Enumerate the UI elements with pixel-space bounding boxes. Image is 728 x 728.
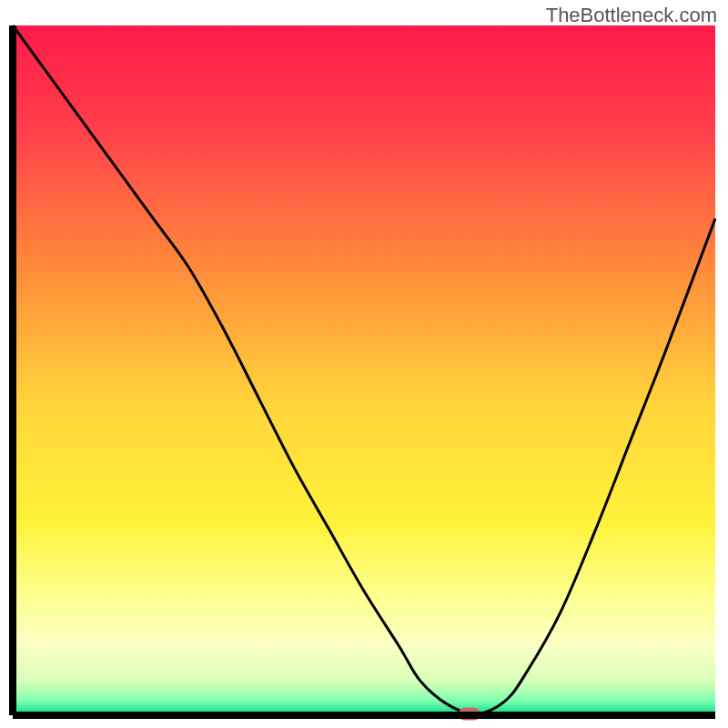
gradient-background bbox=[13, 25, 715, 715]
bottleneck-chart: TheBottleneck.com bbox=[0, 0, 728, 728]
chart-svg bbox=[0, 0, 728, 728]
watermark-text: TheBottleneck.com bbox=[546, 4, 717, 27]
